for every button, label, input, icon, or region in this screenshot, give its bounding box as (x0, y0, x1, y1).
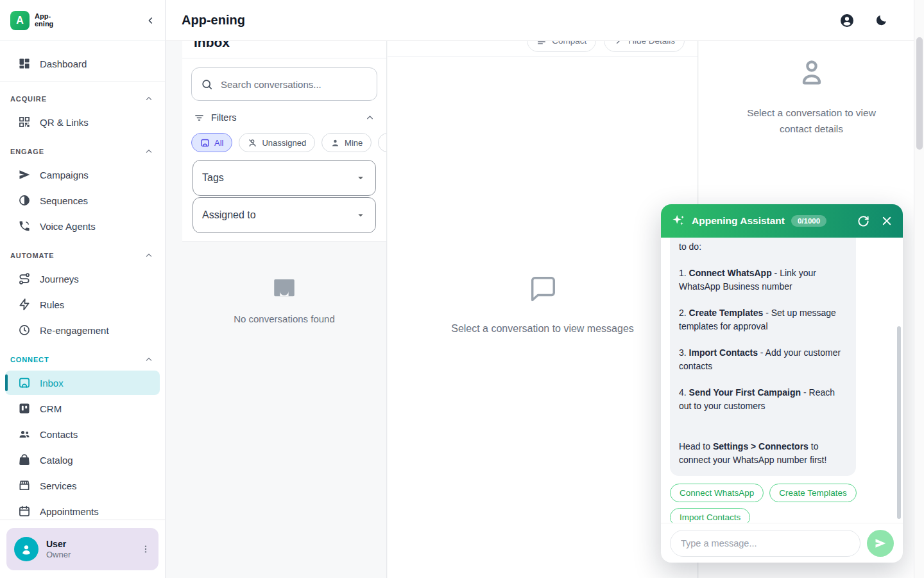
message-intro: to do: (679, 240, 847, 254)
assistant-input-bar (661, 523, 903, 563)
page-title: App-ening (182, 13, 245, 28)
section-label: ACQUIRE (10, 95, 47, 103)
user-role: Owner (46, 550, 71, 559)
sidebar-item-dashboard[interactable]: Dashboard (0, 51, 165, 76)
compact-button[interactable]: Compact (527, 41, 596, 52)
sidebar-collapse-button[interactable] (146, 15, 156, 26)
kanban-icon (18, 402, 31, 415)
sidebar-item-label: CRM (40, 403, 62, 414)
person-icon (330, 138, 340, 148)
message-step-2: 2. Create Templates - Set up message tem… (679, 306, 847, 333)
page-scrollbar[interactable] (914, 0, 924, 578)
action-create-templates[interactable]: Create Templates (769, 484, 857, 502)
hide-details-label: Hide Details (628, 41, 675, 46)
sidebar-item-inbox[interactable]: Inbox (5, 371, 160, 395)
user-name: User (46, 539, 71, 549)
dashboard-icon (18, 57, 31, 70)
app-wordmark: App- ening (35, 13, 53, 28)
filter-chip-unread[interactable]: Unread (378, 133, 386, 152)
chip-label: Unassigned (262, 138, 306, 148)
refresh-icon (857, 215, 869, 227)
filters-toggle[interactable]: Filters (182, 109, 386, 127)
dark-mode-toggle[interactable] (874, 13, 888, 28)
hide-details-button[interactable]: Hide Details (604, 41, 685, 52)
tags-select[interactable]: Tags (193, 160, 376, 196)
filter-chip-unassigned[interactable]: Unassigned (239, 133, 315, 152)
close-button[interactable] (881, 215, 893, 227)
assistant-header-buttons (857, 215, 893, 227)
user-card[interactable]: User Owner (6, 528, 158, 570)
sidebar-item-label: Inbox (40, 378, 64, 389)
sidebar-item-re-engagement[interactable]: Re-engagement (0, 318, 165, 342)
sidebar-item-label: Sequences (40, 195, 88, 206)
sidebar-item-crm[interactable]: CRM (0, 396, 165, 421)
send-message-button[interactable] (867, 530, 894, 557)
user-avatar (14, 537, 38, 561)
assigned-to-select[interactable]: Assigned to (193, 197, 376, 233)
assistant-quick-actions: Connect WhatsApp Create Templates Import… (670, 484, 862, 523)
sidebar-item-campaigns[interactable]: Campaigns (0, 162, 165, 187)
sidebar: A App- ening Dashboard ACQUIRE QR & Link… (0, 0, 166, 578)
account-circle-icon (839, 13, 855, 28)
tags-select-label: Tags (202, 172, 224, 184)
user-menu-button[interactable] (141, 544, 151, 554)
filter-chip-all[interactable]: All (191, 133, 232, 152)
refresh-button[interactable] (857, 215, 869, 227)
filter-chips-row: All Unassigned Mine Unread (182, 133, 386, 152)
sidebar-footer: User Owner (0, 520, 165, 578)
sidebar-item-contacts[interactable]: Contacts (0, 422, 165, 446)
account-button[interactable] (839, 13, 855, 28)
sidebar-item-services[interactable]: Services (0, 473, 165, 498)
sidebar-section-connect[interactable]: CONNECT (0, 350, 165, 369)
storefront-icon (18, 479, 31, 492)
people-icon (18, 428, 31, 441)
sidebar-section-automate[interactable]: AUTOMATE (0, 246, 165, 265)
message-step-3: 3. Import Contacts - Add your customer c… (679, 346, 847, 373)
conversations-empty-state: No conversations found (182, 241, 386, 578)
sidebar-nav: Dashboard ACQUIRE QR & Links ENGAGE Camp… (0, 41, 165, 520)
sidebar-item-label: Appointments (40, 506, 99, 517)
action-connect-whatsapp[interactable]: Connect WhatsApp (670, 484, 764, 502)
chat-bubble-icon (528, 274, 558, 306)
sidebar-item-sequences[interactable]: Sequences (0, 188, 165, 213)
moon-icon (874, 13, 888, 28)
search-input[interactable] (221, 79, 368, 90)
sidebar-item-label: Journeys (40, 274, 79, 285)
chat-scrollbar-thumb[interactable] (897, 326, 901, 519)
dots-vertical-icon (141, 544, 151, 554)
sidebar-section-acquire[interactable]: ACQUIRE (0, 89, 165, 109)
sidebar-item-label: Voice Agents (40, 221, 96, 232)
phone-icon (18, 220, 31, 232)
filters-label: Filters (211, 112, 236, 123)
section-label: CONNECT (10, 356, 49, 363)
caret-down-icon (355, 209, 366, 221)
assistant-message-bubble: to do: 1. Connect WhatsApp - Link your W… (670, 238, 856, 476)
chevron-up-icon (365, 113, 375, 123)
chat-message-input[interactable] (670, 530, 860, 557)
filter-chip-mine[interactable]: Mine (321, 133, 372, 152)
message-footer: Head to Settings > Connectors to connect… (679, 440, 847, 467)
sidebar-item-appointments[interactable]: Appointments (0, 499, 165, 520)
sidebar-logo-row: A App- ening (0, 0, 165, 41)
action-import-contacts[interactable]: Import Contacts (670, 508, 750, 523)
chevron-right-icon (613, 41, 623, 46)
sidebar-item-label: Contacts (40, 429, 78, 440)
sidebar-section-engage[interactable]: ENGAGE (0, 142, 165, 161)
page-scrollbar-thumb[interactable] (916, 37, 923, 150)
assistant-header: Appening Assistant 0/1000 (661, 204, 903, 238)
message-step-4: 4. Send Your First Campaign - Reach out … (679, 386, 847, 413)
route-icon (18, 272, 31, 285)
list-icon (536, 41, 547, 46)
inbox-tray-icon (271, 275, 298, 304)
sidebar-item-label: Re-engagement (40, 325, 109, 336)
assistant-messages[interactable]: to do: 1. Connect WhatsApp - Link your W… (661, 238, 903, 523)
sidebar-item-rules[interactable]: Rules (0, 292, 165, 317)
user-meta: User Owner (46, 539, 71, 559)
sidebar-item-journeys[interactable]: Journeys (0, 267, 165, 291)
send-icon (874, 537, 887, 550)
assistant-char-counter: 0/1000 (791, 215, 826, 227)
sidebar-item-voice-agents[interactable]: Voice Agents (0, 214, 165, 238)
sidebar-item-catalog[interactable]: Catalog (0, 448, 165, 472)
sidebar-item-qr-links[interactable]: QR & Links (0, 110, 165, 134)
compact-label: Compact (552, 41, 586, 46)
